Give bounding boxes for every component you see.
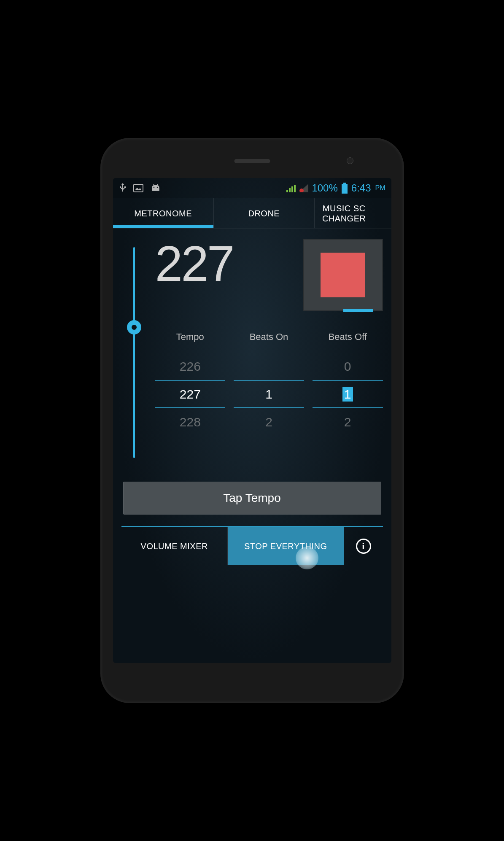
status-right: 100% 6:43 PM [286, 182, 385, 194]
tap-tempo-button[interactable]: Tap Tempo [123, 482, 381, 515]
usb-icon [119, 183, 127, 193]
image-icon [133, 184, 143, 192]
front-camera [347, 157, 353, 164]
clock-ampm: PM [375, 184, 385, 192]
picker-label: Beats Off [329, 332, 367, 342]
top-row: 227 Tempo 226 227 228 [121, 239, 383, 466]
bottom-bar: VOLUME MIXER STOP EVERYTHING i [121, 526, 383, 565]
picker-next[interactable]: 2 [234, 408, 304, 436]
picker-tempo[interactable]: Tempo 226 227 228 [155, 332, 226, 436]
status-bar: 100% 6:43 PM [113, 178, 391, 198]
picker-label: Tempo [176, 332, 204, 342]
beat-indicator-underline [343, 309, 373, 312]
touch-indicator [296, 547, 318, 569]
android-icon [150, 184, 161, 192]
picker-current[interactable]: 227 [155, 380, 226, 408]
svg-rect-8 [343, 183, 346, 184]
pickers: Tempo 226 227 228 Beats On 1 2 Beat [155, 332, 383, 436]
bpm-row: 227 [155, 239, 383, 319]
svg-rect-0 [134, 184, 143, 192]
tabs: METRONOME DRONE MUSIC SC CHANGER [113, 198, 391, 229]
svg-rect-5 [291, 186, 293, 192]
tempo-slider-col [121, 239, 147, 466]
picker-prev[interactable] [234, 353, 304, 380]
picker-prev[interactable]: 226 [155, 353, 226, 380]
signal-icon-2 [299, 184, 308, 192]
info-icon: i [356, 539, 371, 554]
picker-current[interactable]: 1 [313, 380, 383, 408]
picker-next[interactable]: 228 [155, 408, 226, 436]
svg-rect-6 [294, 185, 296, 192]
volume-mixer-label: VOLUME MIXER [141, 542, 208, 551]
beat-indicator[interactable] [303, 239, 383, 311]
main-content: 227 Tempo 226 227 228 [113, 229, 391, 663]
tab-music-changer[interactable]: MUSIC SC CHANGER [315, 198, 391, 228]
battery-percent: 100% [312, 182, 337, 194]
picker-current[interactable]: 1 [234, 380, 304, 408]
picker-beats-off[interactable]: Beats Off 0 1 2 [313, 332, 383, 436]
screen: 100% 6:43 PM METRONOME DRONE MUSIC SC CH… [113, 178, 391, 663]
svg-point-2 [156, 187, 158, 188]
status-left [119, 183, 161, 193]
beat-indicator-square [321, 253, 365, 297]
volume-mixer-button[interactable]: VOLUME MIXER [121, 527, 228, 565]
tempo-slider-thumb[interactable] [127, 320, 141, 334]
signal-icon-1 [286, 184, 296, 192]
tab-label: DRONE [248, 208, 280, 218]
right-col: 227 Tempo 226 227 228 [155, 239, 383, 466]
svg-rect-3 [286, 190, 288, 192]
tap-tempo-label: Tap Tempo [223, 491, 280, 505]
picker-beats-on[interactable]: Beats On 1 2 [234, 332, 304, 436]
stop-everything-button[interactable]: STOP EVERYTHING [228, 527, 344, 565]
bpm-display: 227 [155, 239, 293, 288]
picker-label: Beats On [250, 332, 288, 342]
phone-frame: 100% 6:43 PM METRONOME DRONE MUSIC SC CH… [100, 138, 404, 703]
picker-prev[interactable]: 0 [313, 353, 383, 380]
tab-label: MUSIC SC CHANGER [322, 203, 366, 224]
svg-point-1 [153, 187, 154, 188]
picker-next[interactable]: 2 [313, 408, 383, 436]
tab-metronome[interactable]: METRONOME [113, 198, 214, 228]
tab-drone[interactable]: DRONE [214, 198, 315, 228]
earpiece [234, 159, 270, 163]
clock-time: 6:43 [351, 182, 371, 194]
tempo-slider[interactable] [133, 247, 135, 458]
battery-icon [341, 183, 348, 194]
svg-rect-9 [342, 184, 348, 194]
tab-label: METRONOME [134, 208, 192, 218]
svg-rect-4 [289, 188, 291, 192]
info-button[interactable]: i [344, 527, 383, 565]
